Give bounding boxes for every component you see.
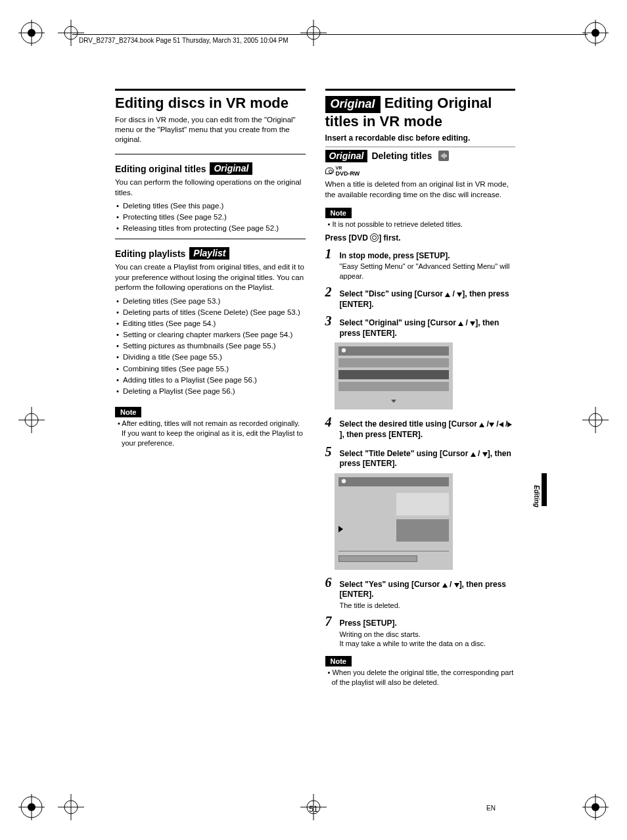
crop-mark-icon [582,20,609,46]
h2-deleting-titles: Original Deleting titles [325,150,516,162]
header-rule [72,34,588,35]
cursor-down-icon [454,583,459,588]
list-item: Deleting titles (See this page.) [123,200,306,211]
screen-illustration-1 [335,342,453,409]
step-number: 1 [325,246,335,262]
step-desc: "Easy Setting Menu" or "Advanced Setting… [340,262,516,281]
list-item: Setting or clearing chapter markers (See… [123,329,306,340]
book-header: DRV_B2737_B2734.book Page 51 Thursday, M… [79,37,289,44]
note-text: • After editing, titles will not remain … [115,419,306,448]
step-title: Select "Original" using [Cursor / ], the… [340,318,516,338]
sec2-para: You can create a Playlist from original … [115,262,306,293]
badge-original-big: Original [325,96,381,113]
list-item: Releasing titles from protecting (See pa… [123,223,306,233]
list-item: Editing titles (See page 54.) [123,318,306,329]
cursor-down-icon [482,452,488,457]
list-item: Dividing a title (See page 55.) [123,352,306,362]
h2-label: Deleting titles [371,151,432,161]
cursor-up-icon [442,583,448,588]
cursor-up-icon [471,452,476,457]
lang-code: EN [486,805,496,812]
step-title: Select "Disc" using [Cursor / ], then pr… [340,289,516,310]
note-badge: Note [325,656,352,666]
power-icon [370,233,379,242]
list-item: Deleting parts of titles (Scene Delete) … [123,307,306,317]
step-number: 6 [325,575,335,590]
dvd-rw-icon: VR DVD-RW [325,165,516,177]
badge-playlist: Playlist [189,247,229,260]
list-item: Deleting titles (See page 53.) [123,296,306,306]
badge-original: Original [210,162,252,175]
step-desc: The title is deleted. [340,601,516,610]
cursor-up-icon [479,423,484,427]
cursor-down-icon [489,423,494,427]
side-tab: Editing [535,473,547,551]
note-badge: Note [325,208,352,218]
h2-playlists: Editing playlists Playlist [115,247,306,260]
sec1-para: You can perform the following operations… [115,177,306,198]
crop-mark-icon [582,407,609,433]
left-column: Editing discs in VR mode For discs in VR… [115,89,306,688]
step-6: 6 Select "Yes" using [Cursor / ], then p… [325,575,516,610]
intro-text: For discs in VR mode, you can edit from … [115,115,306,145]
step-number: 7 [325,614,335,629]
badge-original: Original [325,150,368,162]
crop-mark-icon [18,20,45,46]
step-number: 4 [325,415,335,430]
return-icon [438,151,449,161]
h1-editing-discs: Editing discs in VR mode [115,95,306,111]
note-text: • When you delete the original title, th… [325,668,516,688]
step-title: In stop mode, press [SETUP]. [340,251,516,262]
crop-mark-icon [18,407,45,433]
step-title: Select "Title Delete" using [Cursor / ],… [340,449,516,469]
crop-mark-icon [300,20,327,46]
press-dvd-first: Press [DVD ] first. [325,233,516,243]
insert-disc-line: Insert a recordable disc before editing. [325,133,516,143]
list-item: Setting pictures as thumbnails (See page… [123,340,306,351]
dvd-rw-label: DVD-RW [336,170,360,177]
page-number: 51 [309,805,317,814]
step-number: 3 [325,314,335,329]
side-tab-label: Editing [533,485,540,507]
note-text: • It is not possible to retrieve deleted… [325,220,516,229]
page: DRV_B2737_B2734.book Page 51 Thursday, M… [0,0,627,840]
step-7: 7 Press [SETUP]. Writing on the disc sta… [325,614,516,648]
step-title: Select "Yes" using [Cursor / ], then pre… [340,580,516,600]
list-item: Adding titles to a Playlist (See page 56… [123,375,306,385]
vr-label: VR [336,166,342,170]
chevron-down-icon [391,400,396,403]
right-column: Original Editing Original titles in VR m… [325,89,516,688]
del-intro: When a title is deleted from an original… [325,179,516,200]
cursor-up-icon [458,321,463,326]
screen-illustration-2 [335,473,453,570]
h2-original-titles: Editing original titles Original [115,162,306,175]
h1-editing-original: Original Editing Original titles in VR m… [325,95,516,129]
step-1: 1 In stop mode, press [SETUP]. "Easy Set… [325,246,516,281]
step-title: Press [SETUP]. [340,618,516,629]
note-badge: Note [115,407,141,417]
play-icon [338,526,343,532]
sec2-bullets: Deleting titles (See page 53.) Deleting … [115,296,306,396]
step-desc: Writing on the disc starts. It may take … [340,630,516,649]
cursor-up-icon [445,292,450,297]
step-number: 5 [325,444,335,459]
cursor-left-icon [499,422,503,427]
step-number: 2 [325,285,335,300]
step-5: 5 Select "Title Delete" using [Cursor / … [325,444,516,469]
cursor-right-icon [507,422,512,427]
list-item: Protecting titles (See page 52.) [123,212,306,222]
step-3: 3 Select "Original" using [Cursor / ], t… [325,314,516,338]
page-footer: 51 EN [0,805,627,814]
step-2: 2 Select "Disc" using [Cursor / ], then … [325,285,516,310]
list-item: Deleting a Playlist (See page 56.) [123,386,306,396]
sec1-bullets: Deleting titles (See this page.) Protect… [115,200,306,233]
h2-label: Editing playlists [115,248,185,259]
step-4: 4 Select the desired title using [Cursor… [325,415,516,440]
h2-label: Editing original titles [115,164,206,174]
step-title: Select the desired title using [Cursor /… [340,419,516,440]
list-item: Combining titles (See page 55.) [123,363,306,374]
